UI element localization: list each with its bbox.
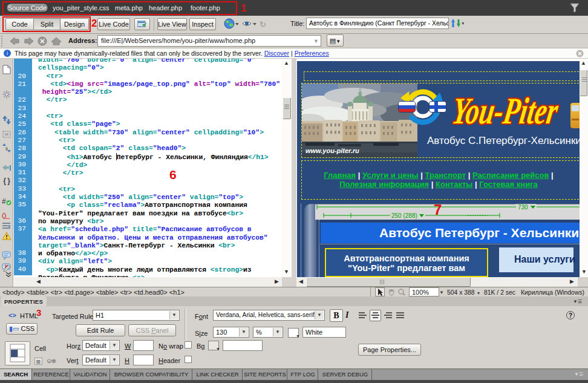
svg-text:250 (288): 250 (288) [391,212,417,219]
svg-text:730: 730 [518,204,528,211]
svg-text:〈〉: 〈〉 [2,212,7,219]
svg-text:#: # [2,197,6,206]
